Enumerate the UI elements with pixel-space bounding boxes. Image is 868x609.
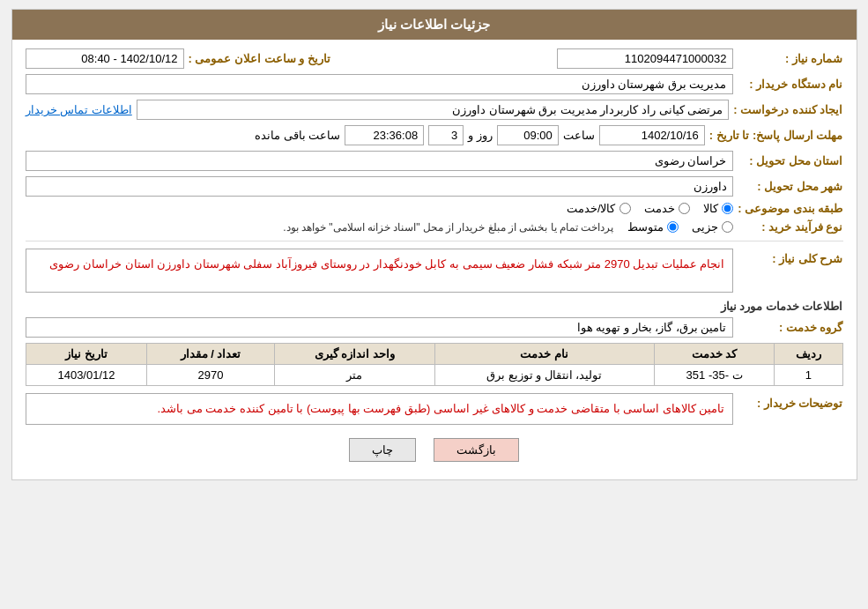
cell-namKhadamat: تولید، انتقال و توزیع برق <box>434 365 654 386</box>
mohlat-label: مهلت ارسال پاسخ: تا تاریخ : <box>709 129 843 142</box>
jazee-item: جزیی <box>692 220 733 234</box>
nam-dastgah-label: نام دستگاه خریدار : <box>738 78 843 91</box>
row-tabaqe: طبقه بندی موضوعی : کالا خدمت کالا/خدمت <box>26 202 843 215</box>
table-row: 1ت -35- 351تولید، انتقال و توزیع برقمتر2… <box>26 365 842 386</box>
chap-button[interactable]: چاپ <box>349 438 416 462</box>
mohlat-date-value: 1402/10/16 <box>599 125 705 145</box>
cell-tarikhNiaz: 1403/01/12 <box>26 365 147 386</box>
tabaqe-kala-label: کالا <box>703 202 718 215</box>
tabaqe-kala-khadamat-item: کالا/خدمت <box>567 202 631 215</box>
tabaqe-radio-group: کالا خدمت کالا/خدمت <box>567 202 733 215</box>
col-radif: ردیف <box>775 344 842 365</box>
bazgasht-button[interactable]: بازگشت <box>434 438 519 462</box>
tazih-label: توضیحات خریدار : <box>738 393 843 410</box>
ostan-value: خراسان رضوی <box>26 151 733 171</box>
tabaqe-kala-khadamat-label: کالا/خدمت <box>567 202 616 215</box>
page-header: جزئیات اطلاعات نیاز <box>12 10 857 40</box>
nam-dastgah-value: مدیریت برق شهرستان داورزن <box>26 74 733 94</box>
col-vahad: واحد اندازه گیری <box>274 344 434 365</box>
jazee-radio[interactable] <box>722 221 733 233</box>
goroh-label: گروه خدمت : <box>738 321 843 334</box>
tabaqe-khadamat-item: خدمت <box>644 202 690 215</box>
row-shomare-tarikh: شماره نیاز : 1102094471000032 تاریخ و سا… <box>26 48 843 69</box>
sharh-value: انجام عملیات تبدیل 2970 متر شبکه فشار ضع… <box>26 249 733 293</box>
row-ostan: استان محل تحویل : خراسان رضوی <box>26 151 843 171</box>
farayand-notice: پرداخت تمام یا بخشی از مبلغ خریدار از مح… <box>283 221 613 234</box>
motevaset-label: متوسط <box>627 220 664 234</box>
col-tedad: تعداد / مقدار <box>147 344 274 365</box>
row-nam-dastgah: نام دستگاه خریدار : مدیریت برق شهرستان د… <box>26 74 843 94</box>
row-goroh: گروه خدمت : تامین برق، گاز، بخار و تهویه… <box>26 317 843 338</box>
saat-label: ساعت <box>563 129 595 142</box>
row-noe-farayand: نوع فرآیند خرید : جزیی متوسط پرداخت تمام… <box>26 220 843 234</box>
shomare-niaz-label: شماره نیاز : <box>738 52 843 65</box>
tazih-value: تامین کالاهای اساسی با متقاضی خدمت و کال… <box>26 393 733 425</box>
tarikh-elan-value: 1402/10/12 - 08:40 <box>26 48 184 69</box>
buttons-row: بازگشت چاپ <box>26 438 843 462</box>
cell-radif: 1 <box>775 365 842 386</box>
khadamat-section-title: اطلاعات خدمات مورد نیاز <box>26 300 843 313</box>
shahr-label: شهر محل تحویل : <box>738 180 843 193</box>
etelaaat-tamas-link[interactable]: اطلاعات تماس خریدار <box>26 103 132 116</box>
col-tarikh: تاریخ نیاز <box>26 344 147 365</box>
shomare-niaz-value: 1102094471000032 <box>557 48 733 69</box>
sharh-label: شرح کلی نیاز : <box>738 249 843 265</box>
page-title: جزئیات اطلاعات نیاز <box>378 17 490 32</box>
baghimande-value: 23:36:08 <box>345 125 424 145</box>
cell-vahadAndaze: متر <box>274 365 434 386</box>
rooz-value: 3 <box>428 125 464 145</box>
tabaqe-khadamat-label: خدمت <box>644 202 675 215</box>
content-area: شماره نیاز : 1102094471000032 تاریخ و سا… <box>12 40 857 479</box>
ijad-konande-value: مرتضی کیانی راد کاربردار مدیریت برق شهرس… <box>137 100 730 120</box>
col-nam: نام خدمت <box>434 344 654 365</box>
tabaqe-kala-item: کالا <box>703 202 733 215</box>
row-ijad-konande: ایجاد کننده درخواست : مرتضی کیانی راد کا… <box>26 100 843 120</box>
row-mohlat: مهلت ارسال پاسخ: تا تاریخ : 1402/10/16 س… <box>26 125 843 145</box>
row-tazih: توضیحات خریدار : تامین کالاهای اساسی با … <box>26 393 843 425</box>
tabaqe-kala-radio[interactable] <box>722 203 733 214</box>
shahr-value: داورزن <box>26 176 733 197</box>
services-table: ردیف کد خدمت نام خدمت واحد اندازه گیری ت… <box>26 343 843 386</box>
motevaset-radio[interactable] <box>667 221 679 233</box>
farayand-radio-group: جزیی متوسط <box>627 220 733 234</box>
row-shahr: شهر محل تحویل : داورزن <box>26 176 843 197</box>
noe-farayand-label: نوع فرآیند خرید : <box>738 220 843 234</box>
jazee-label: جزیی <box>692 220 718 234</box>
tarikh-elan-label: تاریخ و ساعت اعلان عمومی : <box>189 52 330 65</box>
tabaqe-label: طبقه بندی موضوعی : <box>738 202 843 215</box>
col-kod: کد خدمت <box>654 344 774 365</box>
rooz-label: روز و <box>468 129 493 142</box>
saat-baghimande-label: ساعت باقی مانده <box>255 129 340 142</box>
tabaqe-kala-khadamat-radio[interactable] <box>619 203 631 214</box>
saat-value: 09:00 <box>497 125 559 145</box>
tabaqe-khadamat-radio[interactable] <box>679 203 690 214</box>
cell-kodKhadamat: ت -35- 351 <box>654 365 774 386</box>
motevaset-item: متوسط <box>627 220 679 234</box>
ostan-label: استان محل تحویل : <box>738 154 843 167</box>
row-sharh: شرح کلی نیاز : انجام عملیات تبدیل 2970 م… <box>26 249 843 293</box>
page-wrapper: جزئیات اطلاعات نیاز شماره نیاز : 1102094… <box>11 9 857 480</box>
cell-tedadMeghdar: 2970 <box>147 365 274 386</box>
goroh-value: تامین برق، گاز، بخار و تهویه هوا <box>26 317 733 338</box>
ijad-konande-label: ایجاد کننده درخواست : <box>733 103 842 116</box>
